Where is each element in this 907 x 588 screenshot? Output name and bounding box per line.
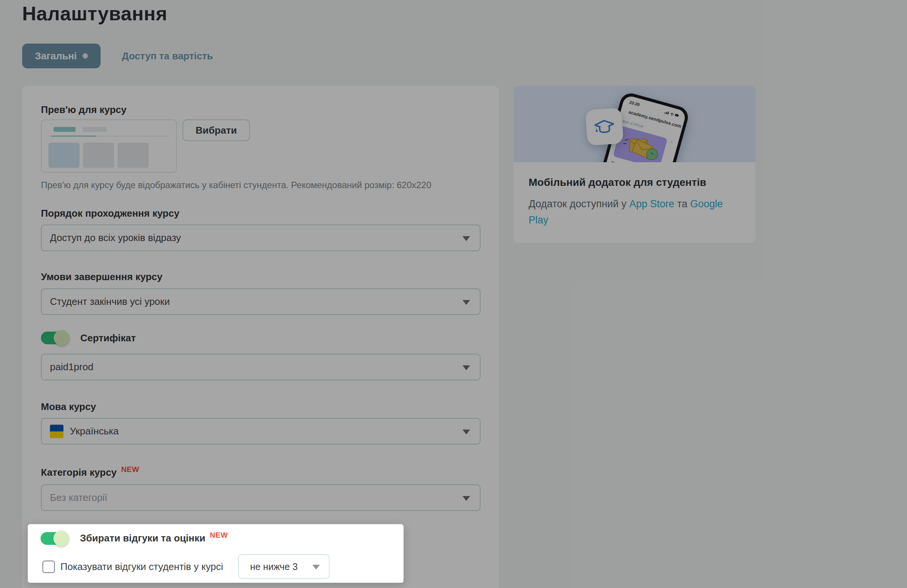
chevron-down-icon: [312, 565, 320, 570]
completion-select[interactable]: Студент закінчив усі уроки: [41, 288, 481, 315]
dot-icon: [83, 53, 88, 59]
chevron-down-icon: [463, 236, 470, 241]
status-icons: [665, 110, 680, 118]
thumb-card: [117, 143, 149, 168]
order-select-value: Доступ до всіх уроків відразу: [50, 232, 181, 244]
language-select-value: Українська: [70, 425, 119, 437]
category-select-value: Без категорії: [50, 492, 107, 503]
student-app-icon: [585, 108, 623, 146]
feedback-label: Збирати відгуки та оцінкиNEW: [80, 532, 228, 545]
certificate-toggle[interactable]: [41, 332, 67, 344]
tab-general-label: Загальні: [35, 50, 77, 62]
promo-image: 23:20: [514, 86, 755, 162]
graduation-cap-icon: [592, 114, 617, 139]
new-badge: NEW: [121, 465, 139, 473]
thumb-card: [48, 143, 80, 168]
feedback-toggle[interactable]: [40, 532, 67, 545]
completion-label: Умови завершення курсу: [41, 271, 480, 283]
preview-row: Вибрати: [41, 119, 480, 173]
certificate-row: Сертифікат: [41, 332, 480, 344]
general-settings-card: Прев'ю для курсу Вибрати Прев'ю для курс…: [22, 86, 499, 588]
chevron-down-icon: [463, 429, 470, 434]
ukraine-flag-icon: [50, 425, 63, 438]
completion-select-value: Студент закінчив усі уроки: [50, 296, 170, 308]
language-label: Мова курсу: [41, 401, 480, 413]
certificate-label: Сертифікат: [80, 332, 136, 344]
settings-page: Налаштування Загальні Доступ та вартість…: [0, 0, 907, 588]
tabs-bar: Загальні Доступ та вартість: [22, 43, 213, 68]
preview-thumbnail: [41, 119, 177, 173]
globe-icon: [625, 108, 627, 114]
show-reviews-checkbox[interactable]: [42, 561, 55, 573]
order-select[interactable]: Доступ до всіх уроків відразу: [41, 224, 481, 251]
choose-preview-button[interactable]: Вибрати: [183, 119, 250, 141]
wifi-icon: [670, 113, 673, 115]
tab-access-cost[interactable]: Доступ та вартість: [122, 50, 213, 62]
phone-time: 23:20: [629, 100, 640, 107]
rating-threshold-select[interactable]: не нижче 3: [238, 554, 330, 579]
promo-title: Мобільний додаток для студентів: [529, 176, 740, 189]
certificate-select[interactable]: paid1prod: [41, 354, 481, 380]
preview-label: Прев'ю для курсу: [41, 104, 480, 115]
category-select[interactable]: Без категорії: [41, 484, 481, 511]
tab-general[interactable]: Загальні: [22, 43, 101, 68]
show-reviews-label: Показувати відгуки студентів у курсі: [61, 561, 223, 573]
certificate-select-value: paid1prod: [50, 361, 93, 373]
spotlight-feedback-section: Збирати відгуки та оцінкиNEW Показувати …: [28, 524, 404, 583]
show-reviews-row: Показувати відгуки студентів у курсі не …: [40, 554, 404, 579]
chevron-down-icon: [463, 300, 470, 305]
thumb-tab-inactive: [83, 127, 107, 132]
appstore-link[interactable]: App Store: [629, 198, 674, 210]
rating-threshold-value: не нижче 3: [250, 561, 298, 572]
chevron-down-icon: [463, 365, 470, 370]
chevron-down-icon: [463, 496, 470, 501]
category-label: Категорія курсуNEW: [41, 466, 480, 479]
order-label: Порядок проходження курсу: [41, 207, 480, 219]
promo-body: Мобільний додаток для студентів Додаток …: [514, 162, 755, 228]
thumb-card: [83, 143, 114, 168]
battery-icon: [675, 114, 679, 117]
feedback-toggle-row: Збирати відгуки та оцінкиNEW: [40, 529, 404, 548]
thumb-tab-active: [54, 127, 75, 132]
language-select[interactable]: Українська: [41, 418, 481, 445]
page-title: Налаштування: [22, 2, 167, 25]
new-badge: NEW: [210, 531, 228, 539]
mobile-app-promo-card: 23:20: [514, 86, 755, 243]
promo-text: Додаток доступний у App Store та Google …: [529, 196, 739, 228]
preview-hint: Прев'ю для курсу буде відображатись у ка…: [41, 179, 480, 191]
